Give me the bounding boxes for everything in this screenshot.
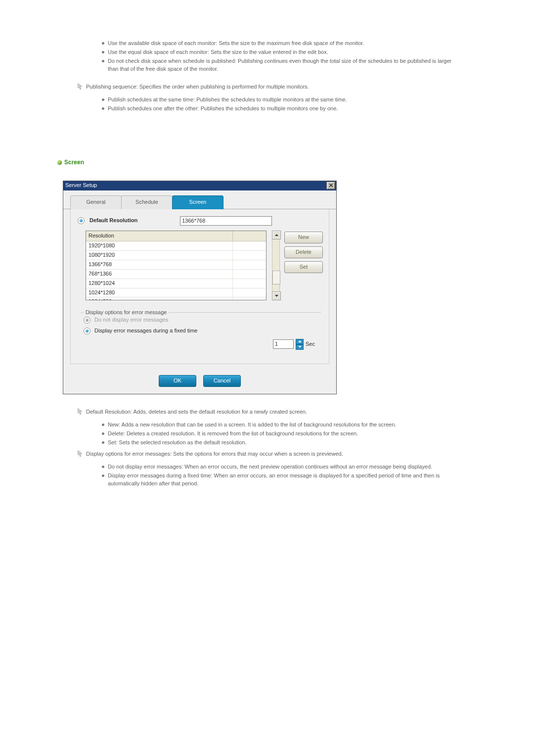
section-title: Screen [64,158,84,167]
chevron-down-icon [275,295,278,297]
table-row[interactable]: 1280*1024 [86,279,233,288]
tab-bar: General Schedule Screen [63,190,336,209]
server-setup-dialog: Server Setup General Schedule Screen Def… [63,181,337,394]
list-item: Use the available disk space of each mon… [79,40,460,48]
chevron-up-icon [298,340,302,342]
seconds-input[interactable]: 1 [273,339,294,349]
paragraph: Default Resolution: Adds, deletes and se… [86,408,460,416]
list-item: Do not display error messages: When an e… [79,463,460,472]
scrollbar[interactable] [272,231,280,300]
table-row[interactable]: 768*1366 [86,270,233,279]
error-option-off-radio[interactable] [84,317,90,324]
dialog-title: Server Setup [65,182,326,189]
list-item: Display error messages during a fixed ti… [79,472,460,489]
tab-schedule[interactable]: Schedule [121,195,173,209]
ok-button[interactable]: OK [159,375,196,387]
set-button[interactable]: Set [284,261,323,273]
list-item: New: Adds a new resolution that can be u… [79,421,460,430]
scroll-up-button[interactable] [272,231,281,239]
resolution-list[interactable]: Resolution 1920*1080 1080*1920 1366*768 … [86,231,279,300]
error-options-legend: Display options for error message [84,309,169,317]
table-row[interactable]: 1080*1920 [86,251,233,260]
list-item: Set: Sets the selected resolution as the… [79,439,460,448]
close-icon [329,184,333,188]
list-item: Delete: Deletes a created resolution. It… [79,430,460,439]
publishing-sequence-section: Publishing sequence: Specifies the order… [79,83,460,91]
list-item: Publish schedules one after the other: P… [79,105,460,114]
seconds-unit: Sec [306,340,315,348]
error-option-on-radio[interactable] [84,328,90,334]
scroll-down-button[interactable] [272,291,281,300]
chevron-up-icon [275,234,278,236]
delete-button[interactable]: Delete [284,246,323,258]
error-option-off-label: Do not display error messages [94,316,168,324]
section-heading: Screen [57,158,460,167]
paragraph: Publishing sequence: Specifies the order… [86,83,460,91]
default-resolution-items: New: Adds a new resolution that can be u… [79,421,460,448]
resolution-column-header[interactable]: Resolution [86,231,233,241]
cursor-pointer-icon [78,450,84,457]
paragraph: Display options for error messages: Sets… [86,450,460,458]
list-item: Do not check disk space when schedule is… [79,57,460,74]
table-row[interactable]: 1024*768 [86,297,233,299]
publishing-sequence-items: Publish schedules at the same time: Publ… [79,96,460,114]
resolution-buttons: New Delete Set [284,231,323,300]
tab-content-screen: Default Resolution 1366*768 Resolution 1… [70,209,329,364]
svg-marker-1 [275,295,278,297]
close-button[interactable] [326,182,335,189]
cursor-pointer-icon [78,83,84,90]
scroll-thumb[interactable] [272,271,280,284]
stepper-down[interactable] [296,344,304,350]
default-resolution-label: Default Resolution [89,217,137,225]
cursor-pointer-icon [78,408,84,415]
error-option-on-label: Display error messages during a fixed ti… [94,327,197,335]
seconds-stepper[interactable] [296,339,304,350]
dialog-titlebar[interactable]: Server Setup [63,181,336,190]
default-resolution-section: Default Resolution: Adds, deletes and se… [79,408,460,416]
svg-marker-2 [298,340,302,342]
stepper-up[interactable] [296,339,304,344]
default-resolution-radio[interactable] [78,217,85,224]
chevron-down-icon [298,346,302,348]
new-button[interactable]: New [284,232,323,243]
svg-marker-0 [275,234,278,236]
green-dot-icon [57,160,62,165]
tab-general[interactable]: General [70,195,122,209]
table-row[interactable]: 1920*1080 [86,241,233,250]
blank-column-header[interactable] [233,231,266,241]
svg-marker-3 [298,346,302,348]
error-options-items: Do not display error messages: When an e… [79,463,460,489]
list-item: Use the equal disk space of each monitor… [79,48,460,57]
default-resolution-field[interactable]: 1366*768 [180,216,272,226]
table-row[interactable]: 1024*1280 [86,288,233,297]
table-row[interactable]: 1366*768 [86,260,233,269]
error-options-section: Display options for error messages: Sets… [79,450,460,458]
disk-space-options: Use the available disk space of each mon… [79,40,460,74]
cancel-button[interactable]: Cancel [203,375,241,387]
list-item: Publish schedules at the same time: Publ… [79,96,460,105]
tab-screen[interactable]: Screen [172,195,223,209]
